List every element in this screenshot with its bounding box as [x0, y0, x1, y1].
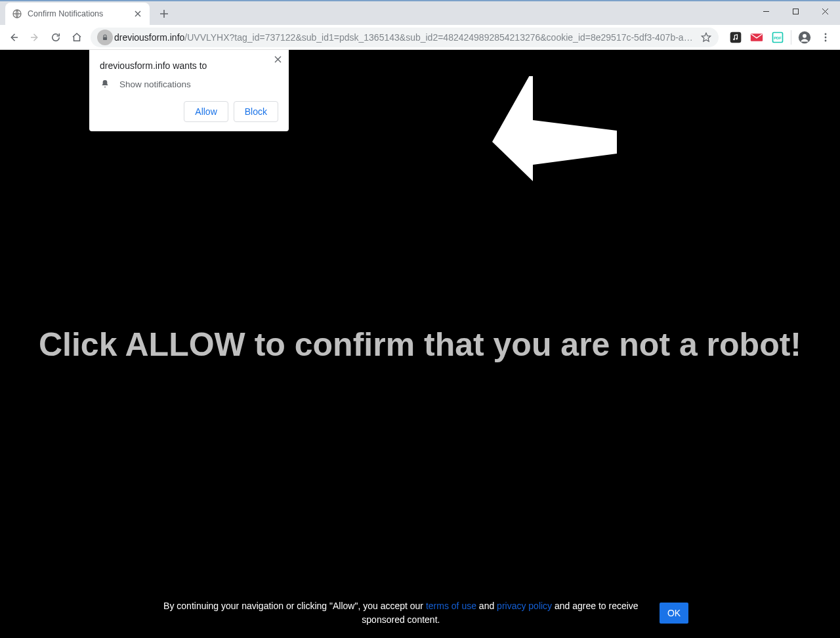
address-bar[interactable]: dreviousform.info /UVVLYHX?tag_id=737122…	[91, 28, 719, 47]
profile-avatar-icon[interactable]	[794, 27, 815, 48]
terms-link[interactable]: terms of use	[426, 601, 476, 611]
url-path: /UVVLYHX?tag_id=737122&sub_id1=pdsk_1365…	[184, 32, 696, 43]
consent-bar: By continuing your navigation or clickin…	[0, 599, 840, 626]
block-button[interactable]: Block	[234, 101, 278, 122]
svg-point-5	[736, 37, 738, 39]
page-viewport: dreviousform.info wants to Show notifica…	[0, 50, 840, 638]
tab-title: Confirm Notifications	[28, 9, 133, 18]
forward-button[interactable]	[25, 28, 45, 47]
toolbar-right: PDF	[723, 27, 836, 48]
close-window-button[interactable]	[810, 1, 840, 21]
svg-point-11	[825, 33, 827, 35]
svg-point-13	[825, 39, 827, 41]
permission-label: Show notifications	[119, 79, 191, 89]
privacy-link[interactable]: privacy policy	[497, 601, 552, 611]
back-button[interactable]	[4, 28, 24, 47]
toolbar-separator	[791, 30, 791, 45]
bell-icon	[100, 79, 110, 89]
titlebar: Confirm Notifications	[0, 1, 840, 25]
page-headline: Click ALLOW to confirm that you are not …	[0, 326, 840, 364]
svg-rect-1	[793, 9, 799, 14]
menu-kebab-icon[interactable]	[815, 27, 836, 48]
url-host: dreviousform.info	[114, 32, 184, 43]
permission-title: dreviousform.info wants to	[100, 60, 278, 71]
permission-close-button[interactable]	[270, 52, 285, 66]
svg-text:PDF: PDF	[774, 35, 782, 39]
minimize-button[interactable]	[751, 1, 781, 21]
extension-pdf-icon[interactable]: PDF	[767, 27, 788, 48]
reload-button[interactable]	[46, 28, 66, 47]
consent-and: and	[476, 601, 497, 611]
consent-text: By continuing your navigation or clickin…	[152, 599, 650, 626]
window-controls	[751, 1, 840, 21]
ok-button[interactable]: OK	[660, 603, 688, 624]
allow-button[interactable]: Allow	[184, 101, 228, 122]
svg-point-4	[733, 38, 735, 40]
bookmark-star-icon[interactable]	[700, 32, 712, 43]
toolbar: dreviousform.info /UVVLYHX?tag_id=737122…	[0, 25, 840, 50]
arrow-left-icon	[492, 76, 617, 188]
svg-point-12	[825, 36, 827, 38]
home-button[interactable]	[67, 28, 87, 47]
svg-rect-3	[730, 32, 742, 43]
svg-rect-2	[103, 37, 107, 40]
tab-close-button[interactable]	[133, 9, 143, 19]
extension-music-icon[interactable]	[725, 27, 746, 48]
svg-marker-14	[492, 76, 617, 181]
notification-permission-popup: dreviousform.info wants to Show notifica…	[89, 50, 289, 131]
lock-icon	[97, 30, 113, 45]
maximize-button[interactable]	[781, 1, 810, 21]
consent-prefix: By continuing your navigation or clickin…	[163, 601, 426, 611]
globe-icon	[12, 9, 22, 19]
extension-mail-icon[interactable]	[746, 27, 767, 48]
browser-tab[interactable]: Confirm Notifications	[5, 3, 150, 25]
svg-point-10	[803, 33, 807, 37]
new-tab-button[interactable]	[155, 5, 173, 23]
